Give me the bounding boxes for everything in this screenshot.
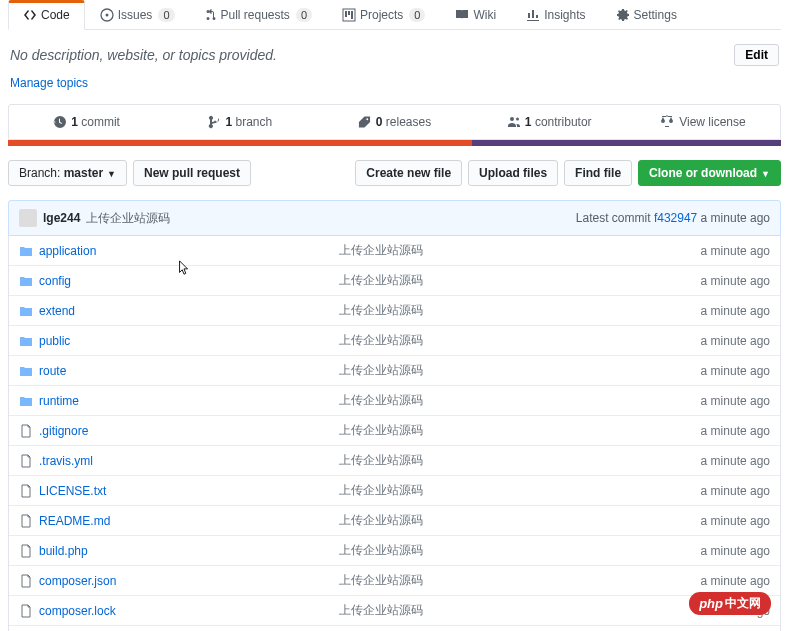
tag-icon (358, 115, 371, 129)
pr-icon (205, 8, 217, 22)
folder-icon (19, 394, 39, 408)
repo-tabs: CodeIssues0Pull requests0Projects0WikiIn… (8, 0, 781, 30)
project-icon (342, 8, 356, 22)
php-cn-badge[interactable]: php中文网 (689, 592, 771, 615)
language-bar[interactable] (8, 140, 781, 146)
file-icon (19, 514, 39, 528)
folder-row: config上传企业站源码a minute ago (9, 265, 780, 295)
stat-contributors[interactable]: 1 contributor (472, 105, 626, 139)
file-row: .gitignore上传企业站源码a minute ago (9, 415, 780, 445)
file-list: application上传企业站源码a minute agoconfig上传企业… (8, 236, 781, 631)
file-commit-msg-link[interactable]: 上传企业站源码 (339, 542, 701, 559)
upload-files-button[interactable]: Upload files (468, 160, 558, 186)
svg-rect-4 (348, 11, 350, 15)
repo-description: No description, website, or topics provi… (10, 47, 277, 63)
file-commit-msg-link[interactable]: 上传企业站源码 (339, 362, 701, 379)
find-file-button[interactable]: Find file (564, 160, 632, 186)
file-name-link[interactable]: route (39, 364, 339, 378)
repo-stats: 1 commit 1 branch 0 releases 1 contribut… (8, 104, 781, 140)
file-row: composer.lock上传企业站源码a minute ago (9, 595, 780, 625)
file-time: a minute ago (701, 484, 770, 498)
branch-selector[interactable]: Branch: master▼ (8, 160, 127, 186)
file-time: a minute ago (701, 394, 770, 408)
file-row: composer.json上传企业站源码a minute ago (9, 565, 780, 595)
tab-wiki[interactable]: Wiki (440, 0, 511, 29)
create-file-button[interactable]: Create new file (355, 160, 462, 186)
file-row: LICENSE.txt上传企业站源码a minute ago (9, 475, 780, 505)
svg-rect-3 (345, 11, 347, 17)
file-commit-msg-link[interactable]: 上传企业站源码 (339, 392, 701, 409)
file-commit-msg-link[interactable]: 上传企业站源码 (339, 602, 701, 619)
file-time: a minute ago (701, 544, 770, 558)
manage-topics-link[interactable]: Manage topics (8, 72, 781, 104)
file-name-link[interactable]: composer.lock (39, 604, 339, 618)
gear-icon (616, 8, 630, 22)
file-commit-msg-link[interactable]: 上传企业站源码 (339, 422, 701, 439)
law-icon (660, 115, 674, 129)
commit-message-link[interactable]: 上传企业站源码 (86, 210, 170, 227)
issue-icon (100, 8, 114, 22)
file-name-link[interactable]: composer.json (39, 574, 339, 588)
stat-commits[interactable]: 1 commit (9, 105, 163, 139)
folder-icon (19, 304, 39, 318)
tab-insights[interactable]: Insights (511, 0, 600, 29)
file-commit-msg-link[interactable]: 上传企业站源码 (339, 302, 701, 319)
file-name-link[interactable]: runtime (39, 394, 339, 408)
file-row: think上传企业站源码a minute ago (9, 625, 780, 631)
wiki-icon (455, 8, 469, 22)
file-name-link[interactable]: .travis.yml (39, 454, 339, 468)
file-name-link[interactable]: config (39, 274, 339, 288)
file-icon (19, 484, 39, 498)
file-commit-msg-link[interactable]: 上传企业站源码 (339, 452, 701, 469)
folder-row: extend上传企业站源码a minute ago (9, 295, 780, 325)
file-time: a minute ago (701, 304, 770, 318)
clone-download-button[interactable]: Clone or download▼ (638, 160, 781, 186)
folder-row: route上传企业站源码a minute ago (9, 355, 780, 385)
tab-code[interactable]: Code (8, 0, 85, 30)
tab-pull-requests[interactable]: Pull requests0 (190, 0, 328, 29)
edit-button[interactable]: Edit (734, 44, 779, 66)
people-icon (506, 115, 520, 129)
file-time: a minute ago (701, 454, 770, 468)
file-commit-msg-link[interactable]: 上传企业站源码 (339, 242, 701, 259)
file-time: a minute ago (701, 364, 770, 378)
stat-branches[interactable]: 1 branch (163, 105, 317, 139)
code-icon (23, 8, 37, 22)
caret-down-icon: ▼ (761, 169, 770, 179)
file-time: a minute ago (701, 274, 770, 288)
new-pull-request-button[interactable]: New pull request (133, 160, 251, 186)
file-name-link[interactable]: LICENSE.txt (39, 484, 339, 498)
file-name-link[interactable]: application (39, 244, 339, 258)
caret-down-icon: ▼ (107, 169, 116, 179)
file-row: README.md上传企业站源码a minute ago (9, 505, 780, 535)
file-time: a minute ago (701, 514, 770, 528)
stat-releases[interactable]: 0 releases (317, 105, 471, 139)
tab-projects[interactable]: Projects0 (327, 0, 440, 29)
folder-row: application上传企业站源码a minute ago (9, 236, 780, 265)
file-name-link[interactable]: extend (39, 304, 339, 318)
file-row: .travis.yml上传企业站源码a minute ago (9, 445, 780, 475)
file-commit-msg-link[interactable]: 上传企业站源码 (339, 332, 701, 349)
file-name-link[interactable]: .gitignore (39, 424, 339, 438)
file-name-link[interactable]: build.php (39, 544, 339, 558)
file-time: a minute ago (701, 574, 770, 588)
file-name-link[interactable]: README.md (39, 514, 339, 528)
tab-issues[interactable]: Issues0 (85, 0, 190, 29)
folder-icon (19, 334, 39, 348)
file-commit-msg-link[interactable]: 上传企业站源码 (339, 512, 701, 529)
file-name-link[interactable]: public (39, 334, 339, 348)
file-icon (19, 574, 39, 588)
tab-settings[interactable]: Settings (601, 0, 692, 29)
file-commit-msg-link[interactable]: 上传企业站源码 (339, 272, 701, 289)
stat-license[interactable]: View license (626, 105, 780, 139)
history-icon (52, 115, 66, 129)
insights-icon (526, 8, 540, 22)
file-commit-msg-link[interactable]: 上传企业站源码 (339, 572, 701, 589)
commit-sha-link[interactable]: f432947 (654, 211, 697, 225)
latest-commit-bar: lge244 上传企业站源码 Latest commit f432947 a m… (8, 200, 781, 236)
svg-rect-5 (351, 11, 353, 19)
file-commit-msg-link[interactable]: 上传企业站源码 (339, 482, 701, 499)
file-icon (19, 454, 39, 468)
commit-author-link[interactable]: lge244 (43, 211, 80, 225)
avatar[interactable] (19, 209, 37, 227)
